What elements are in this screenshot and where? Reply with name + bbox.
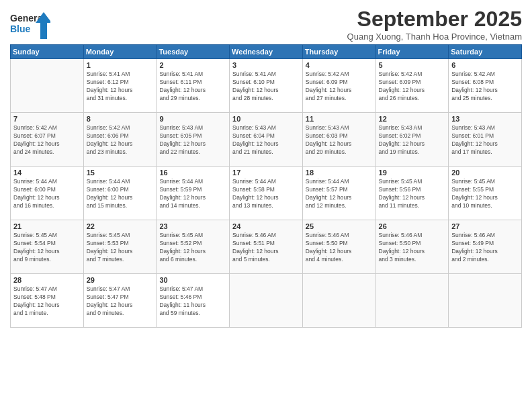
day-number: 3	[232, 61, 300, 69]
day-number: 14	[13, 169, 81, 177]
calendar-cell: 9Sunrise: 5:43 AMSunset: 6:05 PMDaylight…	[157, 113, 230, 167]
day-number: 7	[13, 115, 81, 123]
calendar-cell: 15Sunrise: 5:44 AMSunset: 6:00 PMDayligh…	[83, 167, 157, 220]
day-info: Sunrise: 5:44 AMSunset: 6:00 PMDaylight:…	[13, 178, 81, 210]
calendar-cell: 7Sunrise: 5:42 AMSunset: 6:07 PMDaylight…	[11, 113, 84, 167]
calendar-cell: 25Sunrise: 5:46 AMSunset: 5:50 PMDayligh…	[302, 220, 375, 274]
day-info: Sunrise: 5:41 AMSunset: 6:11 PMDaylight:…	[159, 71, 226, 103]
day-info: Sunrise: 5:45 AMSunset: 5:53 PMDaylight:…	[87, 232, 154, 264]
day-info: Sunrise: 5:45 AMSunset: 5:56 PMDaylight:…	[379, 178, 446, 210]
calendar-cell: 16Sunrise: 5:44 AMSunset: 5:59 PMDayligh…	[157, 167, 230, 220]
day-number: 10	[232, 115, 300, 123]
logo-svg: General Blue	[10, 9, 50, 42]
calendar-cell: 2Sunrise: 5:41 AMSunset: 6:11 PMDaylight…	[157, 59, 230, 113]
calendar-cell: 23Sunrise: 5:45 AMSunset: 5:52 PMDayligh…	[157, 220, 230, 274]
day-info: Sunrise: 5:43 AMSunset: 6:02 PMDaylight:…	[379, 124, 446, 156]
day-info: Sunrise: 5:46 AMSunset: 5:51 PMDaylight:…	[232, 232, 300, 264]
col-tuesday: Tuesday	[157, 45, 230, 59]
calendar-cell: 18Sunrise: 5:44 AMSunset: 5:57 PMDayligh…	[302, 167, 375, 220]
day-number: 2	[159, 61, 226, 69]
calendar: Sunday Monday Tuesday Wednesday Thursday…	[10, 44, 522, 328]
calendar-cell: 28Sunrise: 5:47 AMSunset: 5:48 PMDayligh…	[11, 274, 84, 328]
calendar-cell: 11Sunrise: 5:43 AMSunset: 6:03 PMDayligh…	[302, 113, 375, 167]
calendar-cell	[11, 59, 84, 113]
day-info: Sunrise: 5:43 AMSunset: 6:05 PMDaylight:…	[159, 124, 226, 156]
day-number: 21	[13, 222, 81, 230]
day-number: 23	[159, 222, 226, 230]
day-info: Sunrise: 5:44 AMSunset: 5:57 PMDaylight:…	[306, 178, 373, 210]
header: General Blue September 2025 Quang Xuong,…	[10, 7, 522, 42]
day-info: Sunrise: 5:44 AMSunset: 6:00 PMDaylight:…	[87, 178, 154, 210]
day-info: Sunrise: 5:42 AMSunset: 6:09 PMDaylight:…	[379, 71, 446, 103]
col-sunday: Sunday	[11, 45, 84, 59]
day-info: Sunrise: 5:42 AMSunset: 6:09 PMDaylight:…	[306, 71, 373, 103]
day-number: 11	[306, 115, 373, 123]
calendar-row: 14Sunrise: 5:44 AMSunset: 6:00 PMDayligh…	[11, 167, 522, 220]
calendar-cell: 30Sunrise: 5:47 AMSunset: 5:46 PMDayligh…	[157, 274, 230, 328]
calendar-cell: 17Sunrise: 5:44 AMSunset: 5:58 PMDayligh…	[230, 167, 303, 220]
day-number: 29	[87, 276, 154, 284]
col-friday: Friday	[375, 45, 449, 59]
day-info: Sunrise: 5:43 AMSunset: 6:04 PMDaylight:…	[232, 124, 300, 156]
calendar-cell: 8Sunrise: 5:42 AMSunset: 6:06 PMDaylight…	[83, 113, 157, 167]
day-number: 24	[232, 222, 300, 230]
calendar-cell: 26Sunrise: 5:46 AMSunset: 5:50 PMDayligh…	[375, 220, 449, 274]
day-number: 5	[379, 61, 446, 69]
day-number: 12	[379, 115, 446, 123]
day-number: 4	[306, 61, 373, 69]
day-number: 6	[451, 61, 519, 69]
calendar-cell	[449, 274, 522, 328]
calendar-cell: 12Sunrise: 5:43 AMSunset: 6:02 PMDayligh…	[375, 113, 449, 167]
calendar-cell: 4Sunrise: 5:42 AMSunset: 6:09 PMDaylight…	[302, 59, 375, 113]
page: General Blue September 2025 Quang Xuong,…	[0, 0, 532, 411]
calendar-cell	[230, 274, 303, 328]
day-info: Sunrise: 5:47 AMSunset: 5:48 PMDaylight:…	[13, 285, 81, 318]
day-info: Sunrise: 5:46 AMSunset: 5:50 PMDaylight:…	[379, 232, 446, 264]
day-info: Sunrise: 5:47 AMSunset: 5:46 PMDaylight:…	[159, 285, 226, 318]
day-info: Sunrise: 5:47 AMSunset: 5:47 PMDaylight:…	[87, 285, 154, 318]
calendar-cell: 29Sunrise: 5:47 AMSunset: 5:47 PMDayligh…	[83, 274, 157, 328]
day-info: Sunrise: 5:44 AMSunset: 5:59 PMDaylight:…	[159, 178, 226, 210]
calendar-cell: 20Sunrise: 5:45 AMSunset: 5:55 PMDayligh…	[449, 167, 522, 220]
day-number: 13	[451, 115, 519, 123]
day-number: 30	[159, 276, 226, 284]
day-number: 15	[87, 169, 154, 177]
calendar-cell: 13Sunrise: 5:43 AMSunset: 6:01 PMDayligh…	[449, 113, 522, 167]
calendar-cell: 14Sunrise: 5:44 AMSunset: 6:00 PMDayligh…	[11, 167, 84, 220]
col-saturday: Saturday	[449, 45, 522, 59]
day-number: 18	[306, 169, 373, 177]
day-number: 19	[379, 169, 446, 177]
calendar-cell: 10Sunrise: 5:43 AMSunset: 6:04 PMDayligh…	[230, 113, 303, 167]
svg-text:Blue: Blue	[10, 24, 31, 34]
calendar-cell: 1Sunrise: 5:41 AMSunset: 6:12 PMDaylight…	[83, 59, 157, 113]
day-info: Sunrise: 5:41 AMSunset: 6:10 PMDaylight:…	[232, 71, 300, 103]
calendar-row: 21Sunrise: 5:45 AMSunset: 5:54 PMDayligh…	[11, 220, 522, 274]
day-number: 16	[159, 169, 226, 177]
day-number: 8	[87, 115, 154, 123]
title-section: September 2025 Quang Xuong, Thanh Hoa Pr…	[347, 7, 522, 42]
calendar-row: 28Sunrise: 5:47 AMSunset: 5:48 PMDayligh…	[11, 274, 522, 328]
day-number: 27	[451, 222, 519, 230]
weekday-header-row: Sunday Monday Tuesday Wednesday Thursday…	[11, 45, 522, 59]
calendar-cell: 3Sunrise: 5:41 AMSunset: 6:10 PMDaylight…	[230, 59, 303, 113]
day-info: Sunrise: 5:46 AMSunset: 5:49 PMDaylight:…	[451, 232, 519, 264]
day-info: Sunrise: 5:44 AMSunset: 5:58 PMDaylight:…	[232, 178, 300, 210]
subtitle: Quang Xuong, Thanh Hoa Province, Vietnam	[347, 32, 522, 42]
calendar-cell: 21Sunrise: 5:45 AMSunset: 5:54 PMDayligh…	[11, 220, 84, 274]
day-info: Sunrise: 5:45 AMSunset: 5:54 PMDaylight:…	[13, 232, 81, 264]
day-info: Sunrise: 5:46 AMSunset: 5:50 PMDaylight:…	[306, 232, 373, 264]
calendar-cell: 27Sunrise: 5:46 AMSunset: 5:49 PMDayligh…	[449, 220, 522, 274]
calendar-cell: 5Sunrise: 5:42 AMSunset: 6:09 PMDaylight…	[375, 59, 449, 113]
day-number: 28	[13, 276, 81, 284]
col-monday: Monday	[83, 45, 157, 59]
calendar-cell	[302, 274, 375, 328]
day-info: Sunrise: 5:43 AMSunset: 6:03 PMDaylight:…	[306, 124, 373, 156]
calendar-row: 1Sunrise: 5:41 AMSunset: 6:12 PMDaylight…	[11, 59, 522, 113]
day-number: 9	[159, 115, 226, 123]
logo: General Blue	[10, 9, 50, 42]
day-info: Sunrise: 5:45 AMSunset: 5:55 PMDaylight:…	[451, 178, 519, 210]
day-info: Sunrise: 5:45 AMSunset: 5:52 PMDaylight:…	[159, 232, 226, 264]
day-number: 17	[232, 169, 300, 177]
calendar-cell: 19Sunrise: 5:45 AMSunset: 5:56 PMDayligh…	[375, 167, 449, 220]
col-thursday: Thursday	[302, 45, 375, 59]
